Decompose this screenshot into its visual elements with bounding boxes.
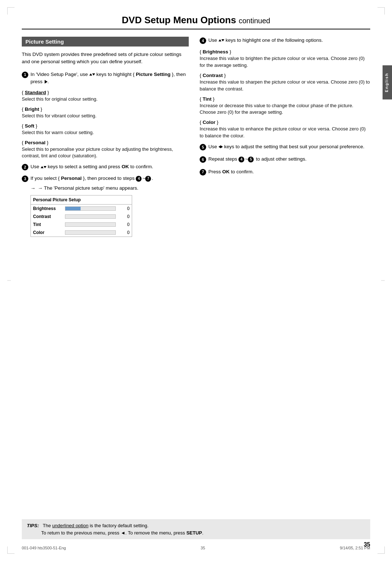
tint-option: { Tint } Increase or decrease this value… [200, 96, 370, 116]
play-icon [45, 80, 48, 84]
color-option-desc: Increase this value to enhance the pictu… [200, 126, 370, 140]
soft-desc: Select this for warm colour setting. [22, 129, 189, 136]
personal-desc: Select this to personalise your picture … [22, 146, 189, 160]
contrast-bar [65, 214, 116, 219]
step-6-number: 6 [200, 156, 206, 163]
down-arrow-icon [92, 73, 95, 76]
up-arrow-4 [219, 39, 221, 41]
side-line-right [381, 280, 385, 281]
contrast-label: Contrast [31, 213, 63, 221]
step-4: 4 Use keys to highlight one of the follo… [200, 37, 370, 44]
corner-mark-tl [7, 7, 15, 15]
title-main: DVD Setup Menu Options [122, 15, 236, 25]
page-title: DVD Setup Menu Options continued [22, 15, 370, 29]
soft-label: { Soft } [22, 123, 189, 129]
arrow-icon: → [30, 185, 36, 192]
step-5-number: 5 [200, 144, 206, 150]
table-row: Tint 0 [31, 221, 132, 229]
brightness-option: { Brightness } Increase this value to br… [200, 49, 370, 69]
color-option: { Color } Increase this value to enhance… [200, 120, 370, 140]
down-arrow-2 [44, 166, 46, 168]
brightness-value: 0 [124, 205, 132, 213]
arrow-note-text: → The 'Personal picture setup' menu appe… [38, 185, 138, 192]
bright-item: { Bright } Select this for vibrant colou… [22, 106, 189, 120]
tips-line1-pre: The [43, 523, 52, 528]
right-arrow-5 [221, 145, 223, 148]
brightness-bar-cell [63, 205, 124, 213]
bright-label: { Bright } [22, 106, 189, 112]
personal-item: { Personal } Select this to personalise … [22, 140, 189, 160]
tint-bar [65, 222, 116, 227]
tips-line1-rest: is the factory default setting. [89, 523, 148, 528]
tips-line2: To return to the previous menu, press ◄.… [41, 530, 204, 536]
brightness-fill [65, 207, 80, 210]
english-tab: English [383, 65, 392, 100]
step-7-content: Press OK to confirm. [208, 168, 370, 175]
section-header: Picture Setting [22, 37, 189, 47]
title-continued: continued [239, 17, 270, 25]
step1-bold: Picture Setting [136, 72, 170, 77]
step-3-number: 3 [22, 175, 28, 182]
color-value: 0 [124, 229, 132, 237]
tint-option-label: { Tint } [200, 96, 370, 102]
contrast-option-label: { Contrast } [200, 73, 370, 78]
color-bar-cell [63, 229, 124, 237]
circle-5b: 5 [248, 157, 254, 162]
step-2: 2 Use keys to select a setting and press… [22, 163, 189, 170]
step-7-number: 7 [200, 169, 206, 175]
tips-indent [27, 530, 40, 536]
contrast-value: 0 [124, 213, 132, 221]
footer-left: 001-049 hts3500-51-Eng [22, 546, 66, 550]
standard-label: { Standard } [22, 90, 189, 95]
circle-4b: 4 [238, 157, 244, 162]
tint-label: Tint [31, 221, 63, 229]
footer-center: 35 [201, 546, 205, 550]
personal-label: { Personal } [22, 140, 189, 145]
setup-table: Brightness 0 Contrast [31, 205, 132, 237]
brightness-option-desc: Increase this value to brighten the pict… [200, 55, 370, 69]
step-5-content: Use keys to adjust the setting that best… [208, 143, 370, 150]
step-2-content: Use keys to select a setting and press O… [30, 163, 189, 170]
contrast-option: { Contrast } Increase this value to shar… [200, 73, 370, 93]
up-arrow-2 [41, 166, 44, 168]
content-columns: Picture Setting This DVD system provides… [22, 37, 370, 241]
tint-bar-cell [63, 221, 124, 229]
right-column: 4 Use keys to highlight one of the follo… [200, 37, 370, 241]
footer: 001-049 hts3500-51-Eng 35 9/14/05, 2:51 … [22, 546, 370, 550]
brightness-bar [65, 206, 116, 211]
soft-item: { Soft } Select this for warm colour set… [22, 123, 189, 136]
brightness-label: Brightness [31, 205, 63, 213]
page-number: 35 [364, 541, 370, 548]
step-1-content: In 'Video Setup Page', use keys to highl… [30, 71, 189, 86]
arrow-note: → → The 'Personal picture setup' menu ap… [30, 185, 189, 192]
step-3-content: If you select { Personal }, then proceed… [30, 175, 189, 237]
step-1-number: 1 [22, 72, 28, 78]
down-arrow-4 [221, 39, 224, 41]
step-4-content: Use keys to highlight one of the followi… [208, 37, 370, 44]
table-row: Color 0 [31, 229, 132, 237]
tips-underlined: underlined option [52, 523, 89, 528]
step-4-number: 4 [200, 37, 206, 44]
tint-option-desc: Increase or decrease this value to chang… [200, 102, 370, 116]
tint-value: 0 [124, 221, 132, 229]
step-3: 3 If you select { Personal }, then proce… [22, 175, 189, 237]
brightness-option-label: { Brightness } [200, 49, 370, 55]
page-wrapper: English DVD Setup Menu Options continued… [0, 0, 392, 561]
circle-4: 4 [136, 176, 142, 182]
up-arrow-icon [89, 73, 92, 76]
contrast-option-desc: Increase this value to sharpen the pictu… [200, 79, 370, 93]
bright-desc: Select this for vibrant colour setting. [22, 113, 189, 120]
color-option-label: { Color } [200, 120, 370, 125]
color-bar [65, 230, 116, 235]
tips-section: TIPS: The underlined option is the facto… [22, 519, 370, 539]
intro-text: This DVD system provides three predefine… [22, 51, 189, 66]
table-row: Contrast 0 [31, 213, 132, 221]
step-1: 1 In 'Video Setup Page', use keys to hig… [22, 71, 189, 86]
table-title: Personal Picture Setup [31, 195, 132, 205]
corner-mark-bl [7, 546, 15, 554]
step-6: 6 Repeat steps 4~5 to adjust other setti… [200, 156, 370, 163]
step-2-number: 2 [22, 164, 28, 170]
circle-7: 7 [145, 176, 151, 182]
left-column: Picture Setting This DVD system provides… [22, 37, 189, 241]
corner-mark-br [377, 546, 385, 554]
